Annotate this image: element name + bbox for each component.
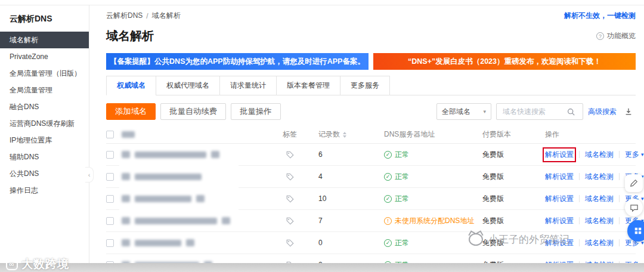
actions-divider (619, 173, 620, 180)
notice-banners: 【备案提醒】公共DNS为您的APP防劫持保驾护航，请您及时进行APP备案。 “D… (106, 53, 636, 70)
sidebar-item-public-dns[interactable]: 公共DNS (0, 165, 89, 182)
feature-overview-link[interactable]: ? 功能概览 (596, 31, 636, 41)
batch-auto-renew-button[interactable]: 批量自动续费 (160, 103, 226, 120)
domain-extra-redacted (196, 195, 205, 202)
record-count: 7 (318, 217, 384, 225)
batch-operations-button[interactable]: 批量操作 (231, 103, 280, 120)
tag-icon[interactable] (283, 147, 297, 162)
search-input[interactable] (501, 107, 564, 116)
dns-status: ✓正常 (384, 172, 409, 182)
sidebar-item-privatezone[interactable]: PrivateZone (0, 48, 89, 65)
actions-divider (579, 173, 580, 180)
cat-face-icon (469, 233, 483, 246)
tag-icon[interactable] (283, 169, 297, 184)
domain-cell[interactable] (122, 217, 283, 224)
sidebar-item-gtm[interactable]: 全局流量管理 (0, 82, 89, 98)
chat-bubble-icon (630, 203, 639, 212)
dns-whitepaper-banner[interactable]: “DNS+”发展白皮书（2023）重磅发布，欢迎阅读和下载！ (373, 53, 636, 70)
diagnose-link[interactable]: 解析不生效，一键检测 (564, 11, 636, 21)
tab-request-statistics[interactable]: 请求量统计 (219, 76, 277, 95)
dns-status-label: 正常 (395, 172, 409, 182)
domain-check-link[interactable]: 域名检测 (585, 194, 614, 204)
tab-authoritative-domains[interactable]: 权威域名 (106, 76, 156, 95)
domain-filter-value: 全部域名 (442, 107, 470, 117)
dns-status: !未使用系统分配DNS地址 (384, 216, 474, 226)
domain-extra-redacted (186, 239, 194, 246)
domain-table: 标签 记录数 DNS服务器地址 付费版本 操作 (106, 126, 636, 272)
table-header: 标签 记录数 DNS服务器地址 付费版本 操作 (106, 126, 636, 144)
column-header-records[interactable]: 记录数 (318, 129, 384, 140)
column-header-actions: 操作 (545, 129, 636, 140)
row-checkbox[interactable] (106, 217, 114, 225)
actions-divider (579, 151, 580, 158)
row-checkbox[interactable] (106, 195, 114, 203)
row-checkbox[interactable] (106, 151, 114, 159)
sidebar-item-domain-resolution[interactable]: 域名解析 (0, 32, 89, 48)
resolve-settings-link[interactable]: 解析设置 (545, 172, 574, 182)
tab-plan-management[interactable]: 版本套餐管理 (276, 76, 340, 95)
tab-bar: 权威域名 权威代理域名 请求量统计 版本套餐管理 更多服务 (106, 76, 636, 95)
question-circle-icon: ? (596, 32, 604, 40)
domain-check-link[interactable]: 域名检测 (585, 216, 614, 226)
column-header-plan: 付费版本 (482, 129, 545, 140)
support-chat-button[interactable] (625, 199, 643, 217)
add-domain-button[interactable]: 添加域名 (106, 103, 156, 120)
record-count: 4 (318, 172, 384, 181)
tag-icon[interactable] (283, 191, 297, 206)
tag-icon[interactable] (283, 214, 297, 228)
console-frame: 云解析DNS 域名解析 PrivateZone 全局流量管理（旧版） 全局流量管… (0, 5, 644, 272)
actions-divider (619, 239, 620, 246)
row-checkbox[interactable] (106, 173, 114, 181)
domain-name-redacted (135, 196, 191, 202)
sidebar-item-secondary-dns[interactable]: 辅助DNS (0, 149, 89, 165)
sidebar-item-operation-log[interactable]: 操作日志 (0, 182, 89, 199)
chevron-down-icon: ▾ (641, 196, 644, 202)
sidebar-collapse-handle[interactable]: ‹ (85, 167, 94, 183)
sidebar-item-hybrid-dns[interactable]: 融合DNS (0, 98, 89, 115)
search-icon[interactable] (564, 104, 578, 119)
download-icon[interactable] (621, 104, 636, 119)
domain-name-redacted (135, 174, 202, 180)
domain-name-redacted (135, 152, 206, 158)
toolbar-right-cluster: 全部域名 ▾ 高级搜索 (436, 103, 636, 120)
chevron-down-icon: ▾ (641, 152, 644, 157)
dns-status: ✓正常 (384, 238, 409, 248)
bottom-strip (0, 263, 644, 272)
domain-filter-select[interactable]: 全部域名 ▾ (436, 103, 491, 120)
tag-icon[interactable] (283, 236, 297, 250)
feedback-pencil-button[interactable] (625, 174, 643, 192)
domain-extra-redacted (222, 217, 230, 224)
records-header-label: 记录数 (318, 129, 340, 140)
domain-check-link[interactable]: 域名检测 (585, 150, 614, 160)
resolve-settings-link[interactable]: 解析设置 (545, 150, 574, 160)
sidebar-item-gtm-legacy[interactable]: 全局流量管理（旧版） (0, 65, 89, 82)
tab-more-services[interactable]: 更多服务 (340, 76, 390, 95)
service-apps-button[interactable] (627, 220, 644, 242)
domain-check-link[interactable]: 域名检测 (585, 238, 614, 248)
resolve-settings-link[interactable]: 解析设置 (545, 194, 574, 204)
resolve-settings-link[interactable]: 解析设置 (545, 216, 574, 226)
domain-check-link[interactable]: 域名检测 (585, 172, 614, 182)
advanced-search-link[interactable]: 高级搜索 (588, 107, 617, 117)
domain-cell[interactable] (122, 239, 283, 246)
domain-cell[interactable] (122, 173, 283, 180)
row-checkbox[interactable] (106, 239, 114, 247)
watermark-dashukuajing: ∞ 大数跨境 (6, 256, 69, 272)
domain-cell[interactable] (122, 151, 283, 158)
icp-reminder-banner[interactable]: 【备案提醒】公共DNS为您的APP防劫持保驾护航，请您及时进行APP备案。 (106, 53, 369, 70)
sidebar-item-isp-cache-refresh[interactable]: 运营商DNS缓存刷新 (0, 115, 89, 132)
sidebar-item-ip-geo-library[interactable]: IP地理位置库 (0, 132, 89, 149)
dns-status-label: 正常 (395, 150, 409, 160)
screen: 云解析DNS 域名解析 PrivateZone 全局流量管理（旧版） 全局流量管… (0, 0, 644, 272)
more-menu-link[interactable]: 更多▾ (625, 150, 644, 160)
record-count: 0 (318, 239, 384, 247)
breadcrumb-root[interactable]: 云解析DNS (106, 11, 143, 21)
actions-divider (619, 217, 620, 224)
sort-icon[interactable] (343, 132, 346, 138)
plan-label: 免费版 (482, 194, 545, 204)
domain-cell[interactable] (122, 195, 283, 202)
dns-status: ✓正常 (384, 194, 409, 204)
select-all-checkbox[interactable] (106, 131, 114, 138)
tab-authoritative-proxy-domains[interactable]: 权威代理域名 (156, 76, 220, 95)
actions-divider (619, 195, 620, 202)
